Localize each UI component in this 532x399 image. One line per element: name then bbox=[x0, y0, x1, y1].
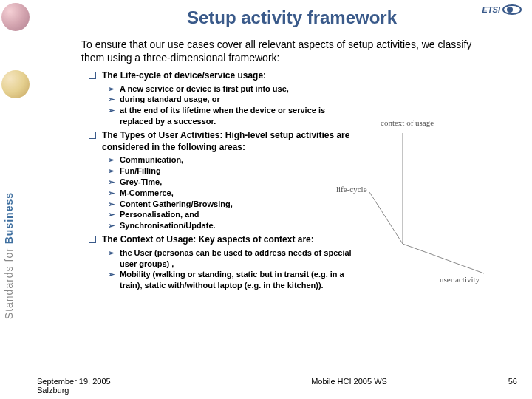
sub-item: ➢Personalisation, and bbox=[108, 209, 355, 220]
sub-item: ➢Synchronisation/Update. bbox=[108, 220, 355, 231]
sidebar: Standards for Business bbox=[0, 0, 31, 399]
sub-item: ➢M-Commerce, bbox=[108, 188, 355, 199]
slide-title: Setup activity framework bbox=[59, 7, 525, 28]
arrow-bullet-icon: ➢ bbox=[108, 199, 115, 210]
arrow-bullet-icon: ➢ bbox=[108, 188, 115, 199]
bullet-user-activities: The Types of User Activities: High-level… bbox=[89, 130, 355, 153]
arrow-bullet-icon: ➢ bbox=[108, 105, 115, 127]
footer: September 19, 2005 Salzburg Mobile HCI 2… bbox=[37, 377, 517, 395]
sub-item: ➢Content Gathering/Browsing, bbox=[108, 199, 355, 210]
arrow-bullet-icon: ➢ bbox=[108, 177, 115, 188]
sub-item: ➢A new service or device is first put in… bbox=[108, 83, 355, 95]
arrow-bullet-icon: ➢ bbox=[108, 220, 115, 231]
arrow-bullet-icon: ➢ bbox=[108, 209, 115, 220]
arrow-bullet-icon: ➢ bbox=[108, 248, 115, 270]
bullet-content: The Life-cycle of device/service usage: … bbox=[89, 70, 355, 291]
axis-label-lifecycle: life-cycle bbox=[336, 185, 367, 194]
sub-item: ➢Fun/Filling bbox=[108, 166, 355, 177]
page-number: 56 bbox=[421, 377, 517, 395]
axes-diagram: context of usage life-cycle user activit… bbox=[366, 118, 502, 288]
footer-date-location: September 19, 2005 Salzburg bbox=[37, 377, 277, 395]
arrow-bullet-icon: ➢ bbox=[108, 83, 115, 95]
square-bullet-icon bbox=[89, 132, 96, 139]
sub-item: ➢the User (personas can be used to addre… bbox=[108, 248, 355, 270]
square-bullet-icon bbox=[89, 236, 96, 243]
slide-content: Setup activity framework To ensure that … bbox=[37, 7, 525, 392]
arrow-bullet-icon: ➢ bbox=[108, 94, 115, 105]
globe-icon-yellow bbox=[1, 70, 30, 98]
square-bullet-icon bbox=[89, 72, 96, 79]
arrow-bullet-icon: ➢ bbox=[108, 154, 115, 166]
axes-svg-icon bbox=[366, 118, 502, 288]
sub-item: ➢Grey-Time, bbox=[108, 177, 355, 188]
svg-line-2 bbox=[403, 244, 484, 273]
arrow-bullet-icon: ➢ bbox=[108, 166, 115, 177]
axis-label-context: context of usage bbox=[381, 118, 434, 127]
sub-item: ➢during standard usage, or bbox=[108, 94, 355, 105]
bullet-context: The Context of Usage: Key aspects of con… bbox=[89, 234, 355, 246]
sub-item: ➢Communication, bbox=[108, 154, 355, 166]
axis-label-activity: user activity bbox=[440, 275, 480, 284]
intro-text: To ensure that our use cases cover all r… bbox=[81, 38, 495, 64]
sidebar-vertical-text: Standards for Business bbox=[3, 192, 15, 319]
arrow-bullet-icon: ➢ bbox=[108, 269, 115, 291]
globe-icon-pink bbox=[1, 3, 30, 31]
svg-line-1 bbox=[369, 192, 403, 244]
sub-item: ➢at the end of its lifetime when the dev… bbox=[108, 105, 355, 127]
bullet-lifecycle: The Life-cycle of device/service usage: bbox=[89, 70, 355, 82]
footer-center: Mobile HCI 2005 WS bbox=[277, 377, 421, 395]
sub-item: ➢Mobility (walking or standing, static b… bbox=[108, 269, 355, 291]
